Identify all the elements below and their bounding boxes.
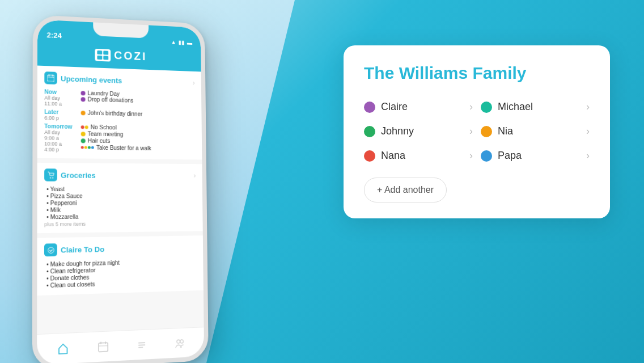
member-arrow-claire: › xyxy=(469,101,473,113)
member-name-nana: Nana xyxy=(381,150,405,162)
event-text-donations: Drop off donations xyxy=(88,96,134,104)
dot-red xyxy=(81,125,84,129)
tomorrow-1000: 10:00 a xyxy=(44,141,76,147)
member-johnny-left: Johnny xyxy=(364,125,414,137)
member-name-michael: Michael xyxy=(498,101,533,113)
event-text-buster: Take Buster for a walk xyxy=(96,145,151,151)
member-arrow-nia: › xyxy=(586,125,590,137)
dot-yellow xyxy=(85,125,88,129)
events-arrow: › xyxy=(193,79,195,87)
member-dot-johnny xyxy=(364,126,375,137)
member-nia-left: Nia xyxy=(481,125,513,137)
wifi-icon: ▲ xyxy=(171,39,176,45)
event-text-birthday: John's birthday dinner xyxy=(88,109,142,117)
grocery-item-1: Yeast xyxy=(46,186,196,192)
member-arrow-michael: › xyxy=(586,101,590,113)
member-dot-michael xyxy=(481,102,492,113)
member-michael-left: Michael xyxy=(481,101,533,113)
event-text-meeting: Team meeting xyxy=(88,130,124,137)
app-logo: COZI xyxy=(37,45,201,65)
member-dot-nia xyxy=(481,126,492,137)
member-arrow-papa: › xyxy=(586,150,590,162)
member-papa-left: Papa xyxy=(481,150,522,162)
member-claire-left: Claire xyxy=(364,101,408,113)
events-now: Now All day 11:00 a Laundry Day Dro xyxy=(44,88,195,110)
event-dot-birthday xyxy=(81,111,86,115)
nav-list[interactable] xyxy=(133,336,150,354)
event-dot-laundry xyxy=(80,91,85,95)
svg-line-14 xyxy=(99,345,108,346)
member-arrow-nana: › xyxy=(469,150,473,162)
tomorrow-events: No School Team meeting Hair cuts xyxy=(81,124,196,154)
family-title: The Williams Family xyxy=(364,64,590,83)
member-nana[interactable]: Nana › xyxy=(364,147,473,164)
events-later: Later 6:00 p John's birthday dinner xyxy=(44,109,195,124)
buster-dots xyxy=(81,146,94,149)
grocery-item-3: Pepperoni xyxy=(46,200,196,206)
phone-content: Upcoming events › Now All day 11:00 a xyxy=(37,66,204,354)
member-papa[interactable]: Papa › xyxy=(481,147,590,164)
svg-point-9 xyxy=(52,177,53,178)
svg-rect-3 xyxy=(103,56,108,60)
cart-icon xyxy=(44,168,57,182)
member-dot-nana xyxy=(364,150,375,162)
members-grid: Claire › Michael › Johnny › Nia xyxy=(364,99,590,164)
member-michael[interactable]: Michael › xyxy=(481,99,590,115)
svg-point-18 xyxy=(177,340,180,343)
member-johnny[interactable]: Johnny › xyxy=(364,123,473,140)
events-header: Upcoming events › xyxy=(44,71,194,89)
add-another-button[interactable]: + Add another xyxy=(364,178,447,202)
nav-calendar[interactable] xyxy=(95,337,112,356)
event-buster: Take Buster for a walk xyxy=(81,144,196,152)
member-name-papa: Papa xyxy=(498,150,522,162)
events-title: Upcoming events xyxy=(61,74,122,85)
dot-blue2 xyxy=(91,146,94,149)
check-icon xyxy=(44,243,57,256)
grocery-item-4: Milk xyxy=(46,206,196,213)
member-dot-claire xyxy=(364,102,375,113)
svg-line-16 xyxy=(138,345,145,345)
event-dot-haircuts xyxy=(81,138,86,143)
member-claire[interactable]: Claire › xyxy=(364,99,473,115)
later-time: 6:00 p xyxy=(44,115,76,121)
grocery-item-2: Pizza Sauce xyxy=(46,193,196,199)
event-text-noschool: No School xyxy=(91,124,117,131)
event-dot-donations xyxy=(81,97,86,102)
svg-rect-1 xyxy=(103,50,108,54)
phone-notch xyxy=(93,22,149,38)
noschool-dots xyxy=(81,125,88,129)
event-dot-meeting xyxy=(81,132,86,136)
event-text-haircuts: Hair cuts xyxy=(88,137,111,144)
phone-mockup: 2:24 ▲ ▮▮ ▬ xyxy=(32,15,209,363)
svg-point-8 xyxy=(49,177,50,178)
status-icons: ▲ ▮▮ ▬ xyxy=(171,39,192,46)
tomorrow-400: 4:00 p xyxy=(44,146,76,153)
family-card: The Williams Family Claire › Michael › J… xyxy=(344,45,610,218)
logo-icon xyxy=(95,48,111,61)
groceries-title: Groceries xyxy=(61,171,96,179)
nav-home[interactable] xyxy=(54,339,72,358)
svg-point-19 xyxy=(180,339,183,343)
app-name: COZI xyxy=(114,49,147,63)
svg-line-15 xyxy=(138,343,145,343)
calendar-icon xyxy=(44,71,57,85)
todo-list: Make dough for pizza night Clean refrige… xyxy=(44,258,197,289)
member-name-claire: Claire xyxy=(381,101,408,113)
status-time: 2:24 xyxy=(46,31,62,40)
svg-rect-2 xyxy=(97,55,102,59)
todo-title: Claire To Do xyxy=(61,244,104,254)
member-nana-left: Nana xyxy=(364,150,405,162)
dot-yellow2 xyxy=(84,146,87,149)
member-nia[interactable]: Nia › xyxy=(481,123,590,140)
events-section: Upcoming events › Now All day 11:00 a xyxy=(37,66,202,160)
member-name-nia: Nia xyxy=(498,125,513,137)
svg-point-10 xyxy=(48,247,53,252)
now-time: 11:00 a xyxy=(44,100,76,107)
groceries-arrow: › xyxy=(194,172,196,180)
svg-rect-11 xyxy=(99,343,108,352)
events-tomorrow: Tomorrow All day 9:00 a 10:00 a 4:00 p xyxy=(44,123,196,154)
more-items: plus 5 more items xyxy=(44,220,196,227)
nav-family[interactable] xyxy=(172,334,188,352)
groceries-header: Groceries › xyxy=(44,168,196,182)
grocery-list: Yeast Pizza Sauce Pepperoni Milk Mozzare… xyxy=(44,186,196,221)
